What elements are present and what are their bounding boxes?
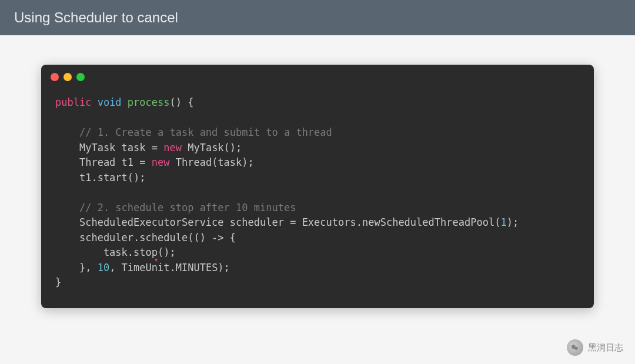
keyword-void: void [91, 96, 121, 108]
code-text: (); [158, 246, 176, 258]
window-title-bar [41, 65, 594, 86]
code-text: }, [55, 262, 98, 273]
watermark: 黑洞日志 [567, 339, 623, 356]
slide-title: Using Scheduler to cancel [14, 9, 178, 25]
code-body: public void process() { // 1. Create a t… [41, 86, 594, 308]
code-text: } [55, 276, 61, 288]
code-comment: // 1. Create a task and submit to a thre… [55, 126, 332, 138]
code-number: 10 [98, 262, 109, 273]
code-window: public void process() { // 1. Create a t… [41, 65, 594, 308]
keyword-new: new [152, 156, 170, 168]
function-name: process [122, 96, 170, 108]
code-text: Thread(task); [169, 156, 253, 168]
keyword-new: new [163, 142, 182, 153]
code-text: MyTask task = [55, 142, 163, 153]
code-text: Thread t1 = [55, 156, 152, 168]
slide-header: Using Scheduler to cancel [0, 0, 635, 35]
content-area: public void process() { // 1. Create a t… [0, 35, 635, 326]
minimize-icon [63, 73, 72, 81]
code-text: , TimeUnit.MINUTES); [109, 262, 230, 273]
watermark-text: 黑洞日志 [588, 342, 623, 353]
code-text: t1.start(); [55, 172, 146, 183]
wechat-icon [567, 339, 583, 356]
code-text: ScheduledExecutorService scheduler = Exe… [55, 216, 500, 228]
code-text: () { [170, 96, 194, 108]
code-text: task.stop [55, 246, 158, 258]
svg-point-1 [574, 347, 577, 350]
code-comment: // 2. schedule stop after 10 minutes [55, 202, 296, 213]
code-text: ); [507, 216, 519, 228]
code-text: MyTask(); [182, 142, 242, 153]
keyword-public: public [55, 96, 91, 108]
maximize-icon [76, 73, 85, 81]
close-icon [51, 73, 59, 81]
code-number: 1 [500, 216, 506, 228]
code-text: scheduler.schedule(() -> { [55, 232, 236, 243]
